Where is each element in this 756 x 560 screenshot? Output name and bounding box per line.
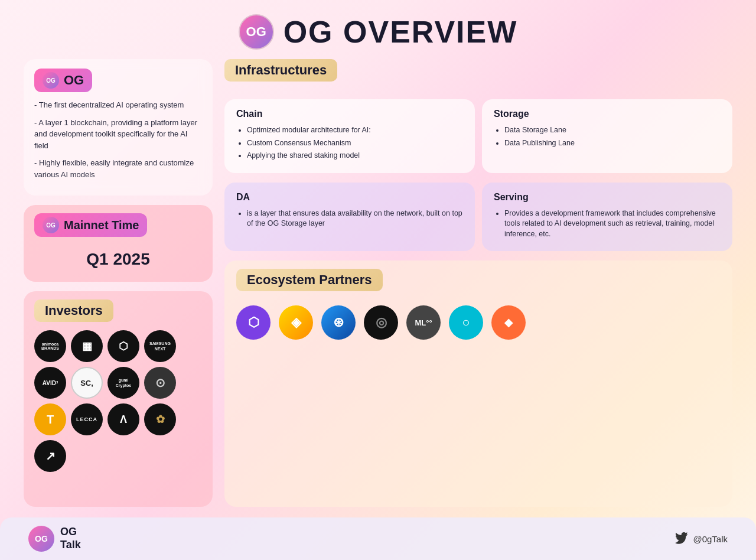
- storage-item-1: Data Storage Lane: [504, 125, 721, 136]
- footer-brand: OG OGTalk: [28, 526, 81, 552]
- og-bullet-list: - The first decentralized AI operating s…: [34, 99, 202, 180]
- serving-card: Serving Provides a development framework…: [482, 183, 732, 252]
- og-title-text: OG: [64, 73, 84, 88]
- chain-item-1: Optimized modular architecture for AI:: [247, 125, 463, 136]
- eco-logo-6: ○: [449, 305, 483, 340]
- chain-item-2: Custom Consensus Mechanism: [247, 138, 463, 149]
- investor-logo-checkers: ▦: [71, 330, 103, 362]
- serving-title: Serving: [494, 192, 721, 203]
- investor-logo-sc: SC,: [71, 367, 103, 399]
- investors-card: Investors animocaBRANDS ▦ ⬡ SAMSUNGNEXT …: [24, 291, 213, 507]
- twitter-icon: [675, 532, 688, 545]
- chain-card: Chain Optimized modular architecture for…: [224, 99, 475, 173]
- investor-logo-9: T: [34, 403, 66, 435]
- chain-item-3: Applying the shared staking model: [247, 151, 463, 161]
- mainnet-mini-logo: OG: [43, 217, 59, 233]
- footer: OG OGTalk @0gTalk: [0, 517, 756, 560]
- storage-title: Storage: [494, 109, 721, 119]
- mainnet-card: OG Mainnet Time Q1 2025: [24, 205, 213, 282]
- investor-logo-lecca: LECCA: [71, 403, 103, 435]
- infra-row-1: Chain Optimized modular architecture for…: [224, 99, 732, 173]
- header-logo: OG: [239, 14, 274, 50]
- ecosystem-card: Ecosystem Partners ⬡ ◈ ⊛ ◎ ML°° ○ ◆: [224, 261, 732, 507]
- investor-logo-avid3: AVID³: [34, 367, 66, 399]
- left-column: OG OG - The first decentralized AI opera…: [24, 59, 213, 507]
- da-card: DA is a layer that ensures data availabi…: [224, 183, 475, 252]
- footer-twitter: @0gTalk: [675, 532, 728, 545]
- investor-logo-13: ↗: [34, 440, 66, 472]
- chain-title: Chain: [236, 109, 463, 119]
- og-card: OG OG - The first decentralized AI opera…: [24, 59, 213, 196]
- da-item-1: is a layer that ensures data availabilit…: [247, 209, 463, 229]
- infra-row-2: DA is a layer that ensures data availabi…: [224, 183, 732, 252]
- investor-logo-animoca: animocaBRANDS: [34, 330, 66, 362]
- investor-logo-8: ⊙: [144, 367, 176, 399]
- eco-logo-polygon: ⬡: [236, 305, 271, 340]
- investor-logo-11: Λ: [107, 403, 139, 435]
- investor-logo-opencustody: ⬡: [107, 330, 139, 362]
- investors-label: Investors: [34, 299, 113, 322]
- serving-item-1: Provides a development framework that in…: [504, 209, 721, 240]
- ecosystem-label: Ecosystem Partners: [236, 269, 383, 291]
- og-bullet-3: - Highly flexible, easily integrate and …: [34, 157, 202, 180]
- infrastructures-label: Infrastructures: [224, 59, 337, 82]
- investor-logo-12: ✿: [144, 403, 176, 435]
- storage-list: Data Storage Lane Data Publishing Lane: [494, 125, 721, 148]
- header: OG OG OVERVIEW: [0, 0, 756, 59]
- footer-brand-text: OGTalk: [60, 526, 81, 551]
- twitter-handle: @0gTalk: [693, 534, 728, 544]
- og-mini-logo: OG: [43, 72, 59, 89]
- page-title: OG OVERVIEW: [284, 14, 518, 50]
- eco-logo-3: ⊛: [321, 305, 356, 340]
- eco-logo-4: ◎: [364, 305, 398, 340]
- investor-logo-samsung: SAMSUNGNEXT: [144, 330, 176, 362]
- ecosystem-logos: ⬡ ◈ ⊛ ◎ ML°° ○ ◆: [236, 305, 721, 340]
- og-bullet-1: - The first decentralized AI operating s…: [34, 99, 202, 111]
- mainnet-title-text: Mainnet Time: [64, 219, 139, 232]
- da-list: is a layer that ensures data availabilit…: [236, 209, 463, 229]
- chain-list: Optimized modular architecture for AI: C…: [236, 125, 463, 161]
- og-bullet-2: - A layer 1 blockchain, providing a plat…: [34, 117, 202, 152]
- serving-list: Provides a development framework that in…: [494, 209, 721, 240]
- eco-logo-5: ML°°: [406, 305, 441, 340]
- investors-grid: animocaBRANDS ▦ ⬡ SAMSUNGNEXT AVID³ SC, …: [34, 330, 202, 472]
- eco-logo-7: ◆: [491, 305, 526, 340]
- investor-logo-gumi: gumiCryptos: [107, 367, 139, 399]
- storage-card: Storage Data Storage Lane Data Publishin…: [482, 99, 732, 173]
- mainnet-title-badge: OG Mainnet Time: [34, 213, 147, 237]
- footer-logo: OG: [28, 526, 54, 552]
- main-content: OG OG - The first decentralized AI opera…: [0, 59, 756, 507]
- mainnet-date: Q1 2025: [34, 245, 202, 274]
- da-title: DA: [236, 192, 463, 203]
- eco-logo-alephium: ◈: [279, 305, 313, 340]
- og-card-title-badge: OG OG: [34, 69, 92, 92]
- right-column: Infrastructures Chain Optimized modular …: [224, 59, 732, 507]
- storage-item-2: Data Publishing Lane: [504, 138, 721, 149]
